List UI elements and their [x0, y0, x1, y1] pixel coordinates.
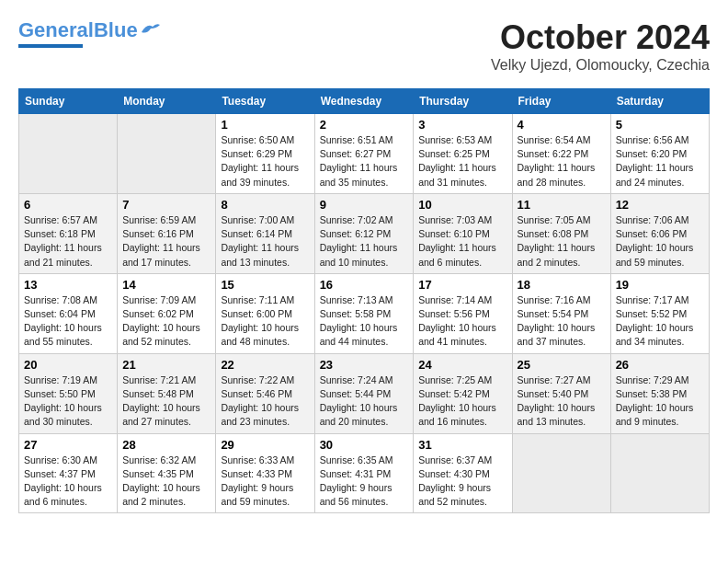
- daylight-label: Daylight: 10 hours and 2 minutes.: [122, 482, 200, 507]
- calendar-cell: 24Sunrise: 7:25 AMSunset: 5:42 PMDayligh…: [414, 353, 512, 433]
- daylight-label: Daylight: 10 hours and 13 minutes.: [518, 402, 596, 427]
- daylight-label: Daylight: 9 hours and 56 minutes.: [320, 482, 392, 507]
- calendar-cell: 27Sunrise: 6:30 AMSunset: 4:37 PMDayligh…: [19, 433, 118, 513]
- day-number: 20: [24, 358, 112, 372]
- sunrise-label: Sunrise: 7:21 AM: [122, 374, 196, 385]
- day-info: Sunrise: 6:37 AMSunset: 4:30 PMDaylight:…: [418, 454, 506, 510]
- calendar-week-row: 20Sunrise: 7:19 AMSunset: 5:50 PMDayligh…: [19, 353, 710, 433]
- sunset-label: Sunset: 6:04 PM: [24, 308, 96, 319]
- sunrise-label: Sunrise: 7:19 AM: [24, 374, 97, 385]
- daylight-label: Daylight: 10 hours and 55 minutes.: [24, 322, 102, 347]
- day-info: Sunrise: 6:30 AMSunset: 4:37 PMDaylight:…: [24, 454, 112, 510]
- sunset-label: Sunset: 6:25 PM: [418, 148, 490, 159]
- day-number: 6: [24, 198, 112, 212]
- sunrise-label: Sunrise: 6:30 AM: [24, 454, 97, 465]
- sunset-label: Sunset: 6:16 PM: [122, 228, 194, 239]
- day-info: Sunrise: 7:27 AMSunset: 5:40 PMDaylight:…: [518, 373, 606, 430]
- header-day-sunday: Sunday: [19, 89, 118, 114]
- title-block: October 2024 Velky Ujezd, Olomoucky, Cze…: [491, 18, 710, 74]
- calendar-cell: 10Sunrise: 7:03 AMSunset: 6:10 PMDayligh…: [414, 193, 512, 273]
- daylight-label: Daylight: 10 hours and 23 minutes.: [221, 402, 299, 427]
- calendar-week-row: 6Sunrise: 6:57 AMSunset: 6:18 PMDaylight…: [19, 193, 710, 273]
- sunset-label: Sunset: 4:35 PM: [122, 468, 194, 479]
- sunrise-label: Sunrise: 6:32 AM: [122, 454, 196, 465]
- sunset-label: Sunset: 4:37 PM: [24, 468, 96, 479]
- logo-underline: [18, 44, 83, 48]
- calendar-cell: [512, 433, 610, 513]
- day-info: Sunrise: 7:03 AMSunset: 6:10 PMDaylight:…: [418, 213, 506, 270]
- day-number: 21: [122, 358, 210, 372]
- sunrise-label: Sunrise: 6:53 AM: [418, 134, 492, 145]
- sunset-label: Sunset: 5:44 PM: [320, 388, 392, 399]
- sunset-label: Sunset: 6:06 PM: [616, 228, 688, 239]
- calendar-header-row: SundayMondayTuesdayWednesdayThursdayFrid…: [19, 89, 710, 114]
- header-day-tuesday: Tuesday: [216, 89, 314, 114]
- day-number: 30: [320, 438, 409, 452]
- calendar-cell: 31Sunrise: 6:37 AMSunset: 4:30 PMDayligh…: [414, 433, 512, 513]
- sunrise-label: Sunrise: 7:14 AM: [418, 294, 492, 305]
- day-number: 19: [616, 278, 704, 292]
- logo-text: GeneralBlue: [18, 18, 138, 42]
- sunset-label: Sunset: 6:00 PM: [221, 308, 292, 319]
- daylight-label: Daylight: 10 hours and 6 minutes.: [24, 482, 102, 507]
- calendar-cell: 6Sunrise: 6:57 AMSunset: 6:18 PMDaylight…: [19, 193, 118, 273]
- sunrise-label: Sunrise: 7:29 AM: [616, 374, 689, 385]
- sunrise-label: Sunrise: 6:59 AM: [122, 214, 196, 225]
- day-number: 23: [320, 358, 409, 372]
- sunset-label: Sunset: 6:14 PM: [221, 228, 292, 239]
- daylight-label: Daylight: 10 hours and 44 minutes.: [320, 322, 398, 347]
- sunrise-label: Sunrise: 7:17 AM: [616, 294, 689, 305]
- daylight-label: Daylight: 10 hours and 52 minutes.: [122, 322, 200, 347]
- sunset-label: Sunset: 4:33 PM: [221, 468, 292, 479]
- calendar-cell: 25Sunrise: 7:27 AMSunset: 5:40 PMDayligh…: [512, 353, 610, 433]
- day-number: 9: [320, 198, 409, 212]
- day-info: Sunrise: 7:05 AMSunset: 6:08 PMDaylight:…: [518, 213, 606, 270]
- sunrise-label: Sunrise: 6:37 AM: [418, 454, 492, 465]
- day-info: Sunrise: 7:11 AMSunset: 6:00 PMDaylight:…: [221, 293, 309, 350]
- sunrise-label: Sunrise: 7:02 AM: [320, 214, 393, 225]
- daylight-label: Daylight: 11 hours and 13 minutes.: [221, 242, 299, 267]
- day-info: Sunrise: 7:22 AMSunset: 5:46 PMDaylight:…: [221, 373, 309, 430]
- calendar-cell: 22Sunrise: 7:22 AMSunset: 5:46 PMDayligh…: [216, 353, 314, 433]
- calendar-cell: 7Sunrise: 6:59 AMSunset: 6:16 PMDaylight…: [118, 193, 216, 273]
- page-header: GeneralBlue October 2024 Velky Ujezd, Ol…: [18, 18, 710, 74]
- daylight-label: Daylight: 10 hours and 37 minutes.: [518, 322, 596, 347]
- logo: GeneralBlue: [18, 18, 160, 48]
- day-info: Sunrise: 7:02 AMSunset: 6:12 PMDaylight:…: [320, 213, 409, 270]
- calendar-cell: 18Sunrise: 7:16 AMSunset: 5:54 PMDayligh…: [512, 273, 610, 353]
- day-number: 25: [518, 358, 606, 372]
- sunrise-label: Sunrise: 7:22 AM: [221, 374, 294, 385]
- daylight-label: Daylight: 10 hours and 48 minutes.: [221, 322, 299, 347]
- day-number: 24: [418, 358, 506, 372]
- day-info: Sunrise: 7:16 AMSunset: 5:54 PMDaylight:…: [518, 293, 606, 350]
- sunrise-label: Sunrise: 7:24 AM: [320, 374, 393, 385]
- daylight-label: Daylight: 10 hours and 59 minutes.: [616, 242, 694, 267]
- day-number: 11: [518, 198, 606, 212]
- day-info: Sunrise: 7:13 AMSunset: 5:58 PMDaylight:…: [320, 293, 409, 350]
- day-number: 1: [221, 118, 309, 132]
- sunrise-label: Sunrise: 6:54 AM: [518, 134, 591, 145]
- calendar-cell: 16Sunrise: 7:13 AMSunset: 5:58 PMDayligh…: [314, 273, 414, 353]
- calendar-cell: 13Sunrise: 7:08 AMSunset: 6:04 PMDayligh…: [19, 273, 118, 353]
- sunrise-label: Sunrise: 7:05 AM: [518, 214, 591, 225]
- day-info: Sunrise: 6:32 AMSunset: 4:35 PMDaylight:…: [122, 454, 210, 510]
- day-info: Sunrise: 6:53 AMSunset: 6:25 PMDaylight:…: [418, 133, 506, 190]
- day-info: Sunrise: 6:54 AMSunset: 6:22 PMDaylight:…: [518, 133, 606, 190]
- sunrise-label: Sunrise: 6:33 AM: [221, 454, 294, 465]
- header-day-wednesday: Wednesday: [314, 89, 414, 114]
- sunset-label: Sunset: 5:40 PM: [518, 388, 589, 399]
- month-title: October 2024: [491, 18, 710, 57]
- location-title: Velky Ujezd, Olomoucky, Czechia: [491, 57, 710, 74]
- day-number: 7: [122, 198, 210, 212]
- day-number: 31: [418, 438, 506, 452]
- day-number: 18: [518, 278, 606, 292]
- day-info: Sunrise: 6:35 AMSunset: 4:31 PMDaylight:…: [320, 454, 409, 510]
- calendar-table: SundayMondayTuesdayWednesdayThursdayFrid…: [18, 88, 710, 513]
- day-number: 4: [518, 118, 606, 132]
- daylight-label: Daylight: 10 hours and 27 minutes.: [122, 402, 200, 427]
- day-info: Sunrise: 7:06 AMSunset: 6:06 PMDaylight:…: [616, 213, 704, 270]
- calendar-cell: 29Sunrise: 6:33 AMSunset: 4:33 PMDayligh…: [216, 433, 314, 513]
- sunset-label: Sunset: 4:31 PM: [320, 468, 392, 479]
- day-number: 8: [221, 198, 309, 212]
- sunset-label: Sunset: 5:52 PM: [616, 308, 688, 319]
